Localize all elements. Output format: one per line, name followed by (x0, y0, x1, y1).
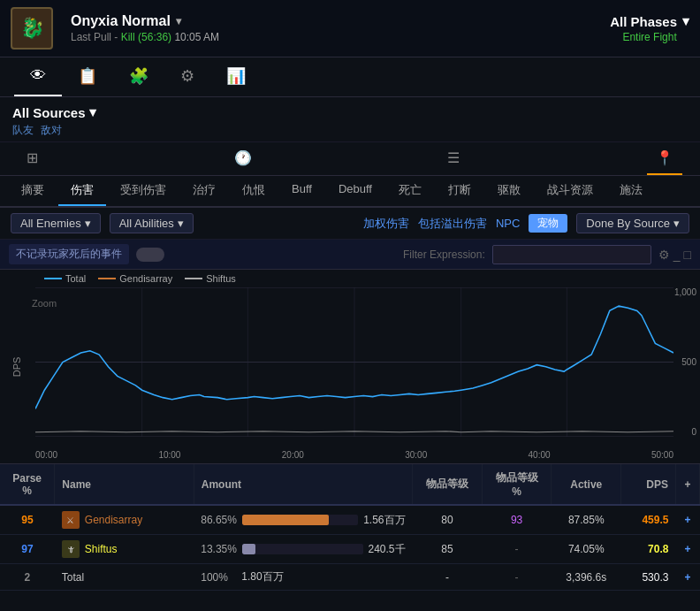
x-label-1000: 10:00 (158, 450, 180, 460)
col-item-pct: 物品等级 % (482, 464, 552, 505)
header: 🐉 Onyxia Normal ▾ Last Pull - Kill (56:3… (0, 0, 700, 57)
sub-nav-grid[interactable]: ⊞ (18, 142, 47, 175)
include-overflow-link[interactable]: 包括溢出伤害 (418, 216, 487, 232)
all-enemies-dropdown[interactable]: All Enemies ▾ (11, 213, 101, 233)
amount-bar-wrap (242, 515, 358, 525)
x-label-4000: 40:00 (529, 450, 551, 460)
legend-shift-line (185, 278, 202, 279)
tab-casts[interactable]: 施法 (607, 176, 655, 206)
boss-name: Onyxia Normal (71, 13, 171, 29)
player-name[interactable]: Shiftus (85, 543, 118, 555)
table-header-row: Parse % Name Amount 物品等级 物品等级 % Active D… (0, 464, 700, 505)
enemies-link[interactable]: 敌对 (41, 123, 62, 138)
parse-pct-cell: 2 (0, 564, 55, 591)
player-class-icon: 🗡 (62, 540, 80, 558)
filter-right: Filter Expression: ⚙ _ □ (403, 245, 691, 264)
filter-toggle[interactable] (136, 248, 164, 262)
pet-tag[interactable]: 宠物 (529, 214, 567, 233)
minimize-icon[interactable]: _ (673, 248, 681, 262)
table-row[interactable]: 2Total 100% 1.80百万 --3,396.6s530.3+ (0, 564, 700, 591)
item-pct-cell: - (482, 564, 552, 591)
expand-row-button[interactable]: + (675, 505, 699, 535)
phase-dropdown-arrow[interactable]: ▾ (682, 13, 689, 29)
done-by-source-dropdown[interactable]: Done By Source ▾ (576, 213, 689, 233)
player-name-cell[interactable]: Total (55, 564, 194, 591)
abilities-arrow: ▾ (178, 217, 184, 230)
legend-shift: Shiftus (185, 273, 236, 284)
amount-cell: 86.65% 1.56百万 (194, 505, 412, 535)
legend-gend-label: Gendisarray (119, 273, 172, 284)
all-abilities-label: All Abilities (119, 217, 174, 230)
y-label-1000: 1,000 (674, 287, 696, 297)
sub-nav-pin[interactable]: 📍 (647, 142, 682, 175)
player-name[interactable]: Gendisarray (85, 514, 142, 526)
tab-debuff[interactable]: Debuff (326, 176, 384, 206)
tab-dispel[interactable]: 驱散 (485, 176, 533, 206)
header-info: Onyxia Normal ▾ Last Pull - Kill (56:36)… (71, 13, 592, 43)
tab-summary[interactable]: 摘要 (9, 176, 57, 206)
player-name-cell[interactable]: 🗡 Shiftus (55, 535, 194, 564)
filter-left: 不记录玩家死后的事件 (9, 244, 164, 264)
add-weight-link[interactable]: 加权伤害 (363, 216, 409, 232)
active-cell: 3,396.6s (552, 564, 621, 591)
all-abilities-dropdown[interactable]: All Abilities ▾ (110, 213, 194, 233)
col-parse: Parse % (0, 464, 55, 505)
done-by-arrow: ▾ (673, 217, 680, 230)
col-plus: + (675, 464, 699, 505)
maximize-icon[interactable]: □ (684, 248, 691, 262)
active-cell: 87.85% (552, 505, 621, 535)
tab-buff[interactable]: Buff (279, 176, 324, 206)
filter-expression-input[interactable] (492, 245, 651, 264)
tab-damage[interactable]: 伤害 (58, 176, 106, 206)
legend-total: Total (44, 273, 86, 284)
pull-time: 10:05 AM (174, 31, 219, 43)
col-amount: Amount (194, 464, 412, 505)
sources-bar: All Sources ▾ 队友 敌对 (0, 97, 700, 142)
friends-link[interactable]: 队友 (12, 123, 34, 138)
tab-resources[interactable]: 战斗资源 (535, 176, 605, 206)
item-pct-cell: 93 (482, 505, 552, 535)
expand-row-button[interactable]: + (675, 564, 699, 591)
nav-tab-summary[interactable]: 📋 (62, 57, 113, 96)
kill-label: Kill (56:36) (121, 31, 171, 43)
sub-nav-clock[interactable]: 🕐 (225, 142, 261, 175)
filter-expr-label: Filter Expression: (403, 248, 485, 261)
all-sources-dropdown[interactable]: All Sources ▾ (12, 104, 688, 120)
tab-healing[interactable]: 治疗 (180, 176, 228, 206)
sources-dropdown-arrow: ▾ (89, 104, 96, 120)
x-label-2000: 20:00 (282, 450, 304, 460)
active-cell: 74.05% (552, 535, 621, 564)
tab-threat[interactable]: 仇恨 (230, 176, 278, 206)
nav-tab-overview[interactable]: 👁 (14, 57, 62, 96)
sub-nav-list[interactable]: ☰ (438, 142, 468, 175)
legend-total-line (44, 278, 62, 279)
amount-cell: 100% 1.80百万 (194, 564, 412, 591)
data-table: Parse % Name Amount 物品等级 物品等级 % Active D… (0, 464, 700, 591)
chart-area: Total Gendisarray Shiftus Zoom DPS 1,000… (0, 270, 700, 464)
player-name-cell[interactable]: ⚔ Gendisarray (55, 505, 194, 535)
boss-dropdown-arrow[interactable]: ▾ (176, 15, 181, 27)
tab-death[interactable]: 死亡 (386, 176, 434, 206)
expand-row-button[interactable]: + (675, 535, 699, 564)
amount-bar (242, 515, 329, 525)
filter-tag[interactable]: 不记录玩家死后的事件 (9, 244, 129, 264)
tab-damage-taken[interactable]: 受到伤害 (108, 176, 179, 206)
nav-tab-puzzle[interactable]: 🧩 (113, 57, 164, 96)
table-row[interactable]: 97 🗡 Shiftus 13.35% 240.5千 85-74.05%70.8… (0, 535, 700, 564)
dps-cell: 459.5 (621, 505, 676, 535)
filter-icons: ⚙ _ □ (658, 248, 691, 262)
npc-link[interactable]: NPC (496, 217, 520, 230)
table-row[interactable]: 95 ⚔ Gendisarray 86.65% 1.56百万 809387.85… (0, 505, 700, 535)
tab-interrupt[interactable]: 打断 (436, 176, 483, 206)
chart-y-labels: 1,000 500 0 (674, 287, 696, 437)
enemies-arrow: ▾ (85, 217, 91, 230)
dps-chart-svg (35, 287, 673, 437)
settings-icon[interactable]: ⚙ (658, 248, 670, 262)
nav-tab-table[interactable]: 📊 (210, 57, 262, 96)
done-by-label: Done By Source (586, 217, 670, 230)
x-label-0000: 00:00 (35, 450, 57, 460)
amount-pct: 86.65% (201, 514, 237, 526)
amount-num: 1.56百万 (363, 513, 405, 528)
dps-axis-label: DPS (11, 356, 22, 377)
nav-tab-filter[interactable]: ⚙ (164, 57, 210, 96)
